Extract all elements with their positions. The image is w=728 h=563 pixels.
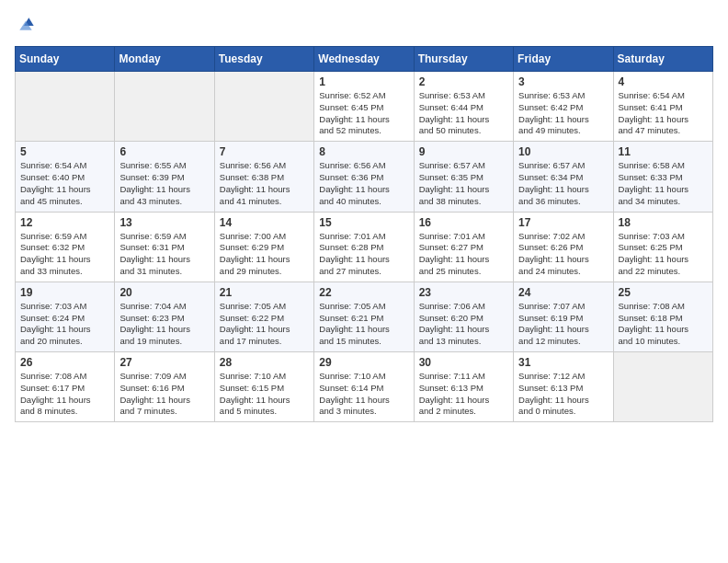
calendar-cell: 27Sunrise: 7:09 AM Sunset: 6:16 PM Dayli… (115, 352, 214, 422)
day-number: 15 (319, 216, 408, 229)
calendar-cell: 17Sunrise: 7:02 AM Sunset: 6:26 PM Dayli… (514, 212, 613, 282)
calendar-cell: 4Sunrise: 6:54 AM Sunset: 6:41 PM Daylig… (613, 72, 712, 142)
day-info: Sunrise: 7:07 AM Sunset: 6:19 PM Dayligh… (518, 301, 608, 348)
calendar-day-header: Saturday (613, 47, 712, 72)
calendar-cell: 30Sunrise: 7:11 AM Sunset: 6:13 PM Dayli… (414, 352, 513, 422)
day-number: 18 (619, 216, 708, 229)
calendar-cell: 26Sunrise: 7:08 AM Sunset: 6:17 PM Dayli… (16, 352, 115, 422)
day-number: 10 (518, 145, 608, 158)
day-info: Sunrise: 7:11 AM Sunset: 6:13 PM Dayligh… (419, 371, 508, 418)
day-number: 27 (119, 356, 209, 369)
day-info: Sunrise: 7:06 AM Sunset: 6:20 PM Dayligh… (419, 301, 508, 348)
day-info: Sunrise: 6:59 AM Sunset: 6:32 PM Dayligh… (20, 231, 109, 278)
calendar-cell: 12Sunrise: 6:59 AM Sunset: 6:32 PM Dayli… (16, 212, 115, 282)
day-info: Sunrise: 6:53 AM Sunset: 6:44 PM Dayligh… (419, 90, 508, 137)
day-number: 20 (119, 286, 209, 299)
calendar-day-header: Tuesday (214, 47, 313, 72)
calendar-cell: 11Sunrise: 6:58 AM Sunset: 6:33 PM Dayli… (613, 142, 712, 212)
calendar-week-row: 5Sunrise: 6:54 AM Sunset: 6:40 PM Daylig… (16, 142, 713, 212)
day-info: Sunrise: 7:04 AM Sunset: 6:23 PM Dayligh… (119, 301, 209, 348)
day-number: 11 (619, 145, 708, 158)
calendar-day-header: Monday (115, 47, 214, 72)
day-info: Sunrise: 7:05 AM Sunset: 6:21 PM Dayligh… (319, 301, 408, 348)
day-number: 4 (619, 75, 708, 88)
day-info: Sunrise: 7:03 AM Sunset: 6:25 PM Dayligh… (619, 231, 708, 278)
page-header (15, 15, 713, 37)
day-number: 19 (20, 286, 109, 299)
day-number: 17 (518, 216, 608, 229)
calendar-cell: 19Sunrise: 7:03 AM Sunset: 6:24 PM Dayli… (16, 282, 115, 351)
day-info: Sunrise: 6:54 AM Sunset: 6:40 PM Dayligh… (20, 160, 109, 207)
calendar-day-header: Wednesday (314, 47, 414, 72)
calendar-body: 1Sunrise: 6:52 AM Sunset: 6:45 PM Daylig… (16, 72, 713, 422)
calendar-cell: 25Sunrise: 7:08 AM Sunset: 6:18 PM Dayli… (613, 282, 712, 351)
day-number: 22 (319, 286, 408, 299)
calendar-cell: 5Sunrise: 6:54 AM Sunset: 6:40 PM Daylig… (16, 142, 115, 212)
day-info: Sunrise: 6:53 AM Sunset: 6:42 PM Dayligh… (518, 90, 608, 137)
logo (15, 15, 35, 37)
day-info: Sunrise: 6:58 AM Sunset: 6:33 PM Dayligh… (619, 160, 708, 207)
day-info: Sunrise: 7:05 AM Sunset: 6:22 PM Dayligh… (220, 301, 309, 348)
calendar-cell: 14Sunrise: 7:00 AM Sunset: 6:29 PM Dayli… (214, 212, 313, 282)
day-number: 3 (518, 75, 608, 88)
day-info: Sunrise: 6:56 AM Sunset: 6:38 PM Dayligh… (220, 160, 309, 207)
day-number: 8 (319, 145, 408, 158)
calendar-cell: 18Sunrise: 7:03 AM Sunset: 6:25 PM Dayli… (613, 212, 712, 282)
calendar-cell: 2Sunrise: 6:53 AM Sunset: 6:44 PM Daylig… (414, 72, 513, 142)
day-number: 23 (419, 286, 508, 299)
day-info: Sunrise: 7:09 AM Sunset: 6:16 PM Dayligh… (119, 371, 209, 418)
day-info: Sunrise: 6:59 AM Sunset: 6:31 PM Dayligh… (119, 231, 209, 278)
day-number: 7 (220, 145, 309, 158)
calendar-week-row: 19Sunrise: 7:03 AM Sunset: 6:24 PM Dayli… (16, 282, 713, 351)
calendar-day-header: Thursday (414, 47, 513, 72)
calendar-cell: 7Sunrise: 6:56 AM Sunset: 6:38 PM Daylig… (214, 142, 313, 212)
day-info: Sunrise: 7:00 AM Sunset: 6:29 PM Dayligh… (220, 231, 309, 278)
day-number: 25 (619, 286, 708, 299)
day-number: 29 (319, 356, 408, 369)
day-info: Sunrise: 6:54 AM Sunset: 6:41 PM Dayligh… (619, 90, 708, 137)
logo-icon (17, 15, 35, 33)
calendar-cell: 13Sunrise: 6:59 AM Sunset: 6:31 PM Dayli… (115, 212, 214, 282)
calendar-cell: 23Sunrise: 7:06 AM Sunset: 6:20 PM Dayli… (414, 282, 513, 351)
day-info: Sunrise: 7:01 AM Sunset: 6:28 PM Dayligh… (319, 231, 408, 278)
day-number: 31 (518, 356, 608, 369)
day-number: 16 (419, 216, 508, 229)
day-number: 28 (220, 356, 309, 369)
day-info: Sunrise: 6:57 AM Sunset: 6:35 PM Dayligh… (419, 160, 508, 207)
day-info: Sunrise: 7:01 AM Sunset: 6:27 PM Dayligh… (419, 231, 508, 278)
day-number: 26 (20, 356, 109, 369)
day-info: Sunrise: 7:08 AM Sunset: 6:18 PM Dayligh… (619, 301, 708, 348)
calendar-cell: 1Sunrise: 6:52 AM Sunset: 6:45 PM Daylig… (314, 72, 414, 142)
day-info: Sunrise: 6:52 AM Sunset: 6:45 PM Dayligh… (319, 90, 408, 137)
calendar-week-row: 1Sunrise: 6:52 AM Sunset: 6:45 PM Daylig… (16, 72, 713, 142)
day-info: Sunrise: 6:56 AM Sunset: 6:36 PM Dayligh… (319, 160, 408, 207)
calendar-cell (613, 352, 712, 422)
day-number: 1 (319, 75, 408, 88)
calendar-day-header: Friday (514, 47, 613, 72)
day-number: 6 (119, 145, 209, 158)
day-number: 5 (20, 145, 109, 158)
day-number: 12 (20, 216, 109, 229)
day-info: Sunrise: 7:02 AM Sunset: 6:26 PM Dayligh… (518, 231, 608, 278)
calendar-cell: 21Sunrise: 7:05 AM Sunset: 6:22 PM Dayli… (214, 282, 313, 351)
calendar-cell: 6Sunrise: 6:55 AM Sunset: 6:39 PM Daylig… (115, 142, 214, 212)
calendar-cell: 31Sunrise: 7:12 AM Sunset: 6:13 PM Dayli… (514, 352, 613, 422)
day-info: Sunrise: 7:10 AM Sunset: 6:15 PM Dayligh… (220, 371, 309, 418)
calendar-table: SundayMondayTuesdayWednesdayThursdayFrid… (15, 46, 713, 422)
calendar-day-header: Sunday (16, 47, 115, 72)
day-info: Sunrise: 7:08 AM Sunset: 6:17 PM Dayligh… (20, 371, 109, 418)
calendar-cell: 10Sunrise: 6:57 AM Sunset: 6:34 PM Dayli… (514, 142, 613, 212)
calendar-cell: 29Sunrise: 7:10 AM Sunset: 6:14 PM Dayli… (314, 352, 414, 422)
calendar-header-row: SundayMondayTuesdayWednesdayThursdayFrid… (16, 47, 713, 72)
day-number: 24 (518, 286, 608, 299)
day-number: 30 (419, 356, 508, 369)
calendar-cell: 20Sunrise: 7:04 AM Sunset: 6:23 PM Dayli… (115, 282, 214, 351)
calendar-cell: 3Sunrise: 6:53 AM Sunset: 6:42 PM Daylig… (514, 72, 613, 142)
calendar-cell: 24Sunrise: 7:07 AM Sunset: 6:19 PM Dayli… (514, 282, 613, 351)
day-number: 2 (419, 75, 508, 88)
calendar-cell: 28Sunrise: 7:10 AM Sunset: 6:15 PM Dayli… (214, 352, 313, 422)
calendar-cell (214, 72, 313, 142)
calendar-cell: 22Sunrise: 7:05 AM Sunset: 6:21 PM Dayli… (314, 282, 414, 351)
day-info: Sunrise: 7:10 AM Sunset: 6:14 PM Dayligh… (319, 371, 408, 418)
day-info: Sunrise: 6:55 AM Sunset: 6:39 PM Dayligh… (119, 160, 209, 207)
